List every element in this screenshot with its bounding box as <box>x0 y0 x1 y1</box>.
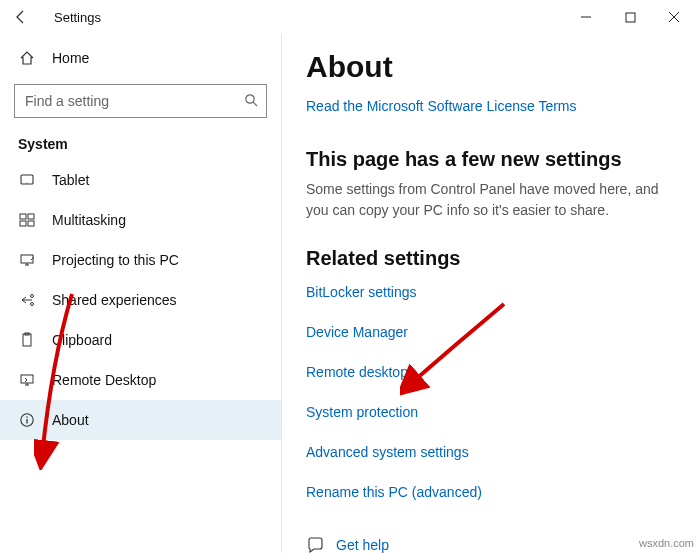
sidebar-item-label: Clipboard <box>52 332 281 348</box>
sidebar-item-label: Shared experiences <box>52 292 281 308</box>
back-button[interactable] <box>6 2 36 32</box>
svg-rect-11 <box>28 221 34 226</box>
search-input[interactable] <box>25 93 244 109</box>
sidebar-item-about[interactable]: About <box>0 400 281 440</box>
tablet-icon <box>18 171 36 189</box>
sub-heading: This page has a few new settings <box>306 148 676 171</box>
projecting-icon <box>18 251 36 269</box>
svg-rect-17 <box>21 375 33 383</box>
sidebar-item-label: About <box>52 412 281 428</box>
sidebar-item-label: Remote Desktop <box>52 372 281 388</box>
svg-rect-12 <box>21 255 33 263</box>
svg-point-7 <box>27 183 28 184</box>
search-icon <box>244 93 258 110</box>
svg-point-19 <box>26 416 28 418</box>
description-text: Some settings from Control Panel have mo… <box>306 179 666 221</box>
svg-line-5 <box>253 102 257 106</box>
minimize-button[interactable] <box>564 2 608 32</box>
sidebar-item-projecting[interactable]: Projecting to this PC <box>0 240 281 280</box>
link-system-protection[interactable]: System protection <box>306 404 676 420</box>
remote-desktop-icon <box>18 371 36 389</box>
sidebar-item-clipboard[interactable]: Clipboard <box>0 320 281 360</box>
link-device-manager[interactable]: Device Manager <box>306 324 676 340</box>
sidebar-item-label: Tablet <box>52 172 281 188</box>
sidebar-item-multitasking[interactable]: Multitasking <box>0 200 281 240</box>
home-label: Home <box>52 50 89 66</box>
clipboard-icon <box>18 331 36 349</box>
license-link[interactable]: Read the Microsoft Software License Term… <box>306 98 577 114</box>
svg-point-14 <box>31 303 34 306</box>
sidebar-item-remote-desktop[interactable]: Remote Desktop <box>0 360 281 400</box>
svg-rect-15 <box>23 334 31 346</box>
svg-rect-8 <box>20 214 26 219</box>
help-icon <box>306 536 324 553</box>
shared-experiences-icon <box>18 291 36 309</box>
watermark: wsxdn.com <box>639 537 694 549</box>
home-icon <box>18 49 36 67</box>
sidebar-item-label: Projecting to this PC <box>52 252 281 268</box>
titlebar: Settings <box>0 0 700 34</box>
get-help-label: Get help <box>336 537 389 553</box>
sidebar-item-label: Multitasking <box>52 212 281 228</box>
multitasking-icon <box>18 211 36 229</box>
page-title: About <box>306 50 676 84</box>
svg-point-13 <box>31 295 34 298</box>
window-title: Settings <box>54 10 101 25</box>
sidebar: Home System Tablet Multitasking <box>0 34 282 553</box>
link-rename-pc[interactable]: Rename this PC (advanced) <box>306 484 676 500</box>
close-button[interactable] <box>652 2 696 32</box>
content-pane: About Read the Microsoft Software Licens… <box>282 34 700 553</box>
svg-rect-9 <box>28 214 34 219</box>
section-label: System <box>0 126 281 160</box>
related-heading: Related settings <box>306 247 676 270</box>
link-advanced-system-settings[interactable]: Advanced system settings <box>306 444 676 460</box>
svg-point-4 <box>246 94 254 102</box>
svg-rect-10 <box>20 221 26 226</box>
get-help-link[interactable]: Get help <box>306 536 676 553</box>
link-bitlocker-settings[interactable]: BitLocker settings <box>306 284 676 300</box>
link-remote-desktop[interactable]: Remote desktop <box>306 364 676 380</box>
search-box[interactable] <box>14 84 267 118</box>
svg-rect-1 <box>626 13 635 22</box>
sidebar-item-shared-experiences[interactable]: Shared experiences <box>0 280 281 320</box>
info-icon <box>18 411 36 429</box>
maximize-button[interactable] <box>608 2 652 32</box>
home-nav[interactable]: Home <box>0 38 281 78</box>
sidebar-item-tablet[interactable]: Tablet <box>0 160 281 200</box>
